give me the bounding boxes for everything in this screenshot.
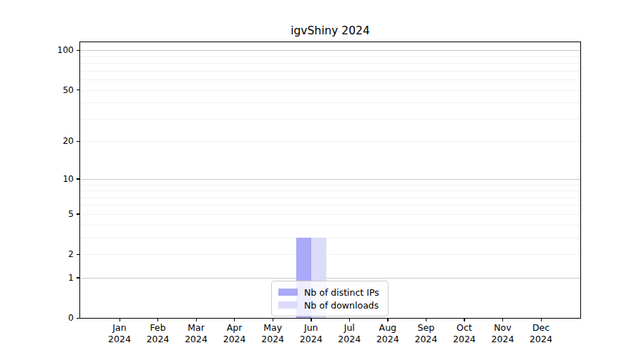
- legend-swatch-distinct-ips: [278, 289, 298, 296]
- legend-label: Nb of downloads: [304, 300, 379, 311]
- minor-gridline: [80, 190, 580, 191]
- minor-gridline: [80, 198, 580, 198]
- y-tick-label: 1: [31, 272, 74, 284]
- minor-gridline: [80, 63, 580, 64]
- x-tick-mark: [311, 318, 311, 321]
- legend-item-distinct-ips: Nb of distinct IPs: [277, 286, 383, 298]
- major-gridline: [80, 50, 580, 51]
- x-tick-mark: [502, 318, 503, 321]
- legend-item-downloads: Nb of downloads: [277, 299, 383, 311]
- minor-gridline: [80, 141, 580, 142]
- x-tick-mark: [349, 318, 350, 321]
- plot-area: Nb of distinct IPs Nb of downloads: [80, 42, 580, 318]
- chart-figure: igvShiny 2024 Nb of distinct IPs Nb of d…: [0, 0, 644, 358]
- minor-gridline: [80, 214, 580, 215]
- y-tick-label: 0: [31, 312, 74, 324]
- y-tick-label: 5: [31, 208, 74, 220]
- x-tick-mark: [426, 318, 426, 321]
- minor-gridline: [80, 102, 580, 103]
- x-tick-mark: [273, 318, 273, 321]
- legend-swatch-downloads: [278, 301, 298, 309]
- minor-gridline: [80, 90, 580, 91]
- minor-gridline: [80, 238, 580, 238]
- chart-title: igvShiny 2024: [80, 24, 580, 37]
- minor-gridline: [80, 254, 580, 255]
- x-tick-label: Dec2024: [518, 322, 564, 344]
- y-tick-label: 20: [31, 135, 74, 147]
- legend: Nb of distinct IPs Nb of downloads: [271, 281, 389, 316]
- y-tick-label: 10: [31, 173, 74, 185]
- minor-gridline: [80, 205, 580, 205]
- minor-gridline: [80, 71, 580, 72]
- x-tick-mark: [234, 318, 235, 321]
- x-tick-mark: [196, 318, 197, 321]
- x-tick-mark: [541, 318, 542, 321]
- x-tick-mark: [387, 318, 388, 321]
- y-tick-label: 2: [31, 248, 74, 260]
- legend-label: Nb of distinct IPs: [304, 287, 379, 298]
- x-tick-mark: [464, 318, 464, 321]
- x-tick-mark: [157, 318, 158, 321]
- y-tick-label: 100: [31, 44, 74, 56]
- minor-gridline: [80, 119, 580, 120]
- minor-gridline: [80, 185, 580, 185]
- major-gridline: [80, 278, 580, 279]
- minor-gridline: [80, 79, 580, 80]
- minor-gridline: [80, 225, 580, 226]
- x-tick-mark: [119, 318, 120, 321]
- minor-gridline: [80, 57, 580, 57]
- y-tick-mark: [77, 318, 80, 319]
- major-gridline: [80, 179, 580, 180]
- y-tick-label: 50: [31, 84, 74, 96]
